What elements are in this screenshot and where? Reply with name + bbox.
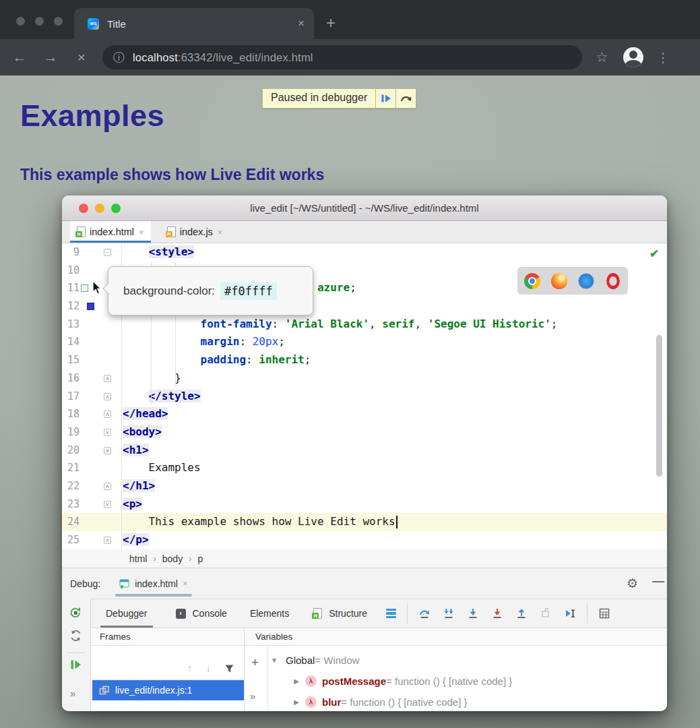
code-line-14[interactable]: 14 margin: 20px; [62,333,667,351]
chrome-icon[interactable] [524,273,540,289]
breadcrumb-html[interactable]: html [129,553,147,564]
code-text: <body> [116,423,162,442]
variables-side-toolbar: + » [245,646,268,711]
browser-menu-icon[interactable]: ⋮ [657,50,670,65]
fold-marker[interactable]: ∧ [104,411,111,418]
tree-toggle-icon[interactable]: ▶ [292,677,301,685]
tab-close-icon[interactable]: × [139,227,144,237]
filter-funnel-icon[interactable] [224,664,234,673]
traffic-light-close[interactable] [16,17,25,26]
step-into-icon[interactable] [443,608,455,619]
code-line-20[interactable]: 20∨<h1> [62,442,667,460]
code-line-17[interactable]: 17∧ </style> [62,388,667,406]
profile-avatar[interactable] [623,47,643,67]
site-info-icon[interactable]: ⓘ [113,50,125,65]
fold-marker[interactable]: ∨ [104,429,111,436]
url-path: :63342/live_edit/index.html [178,51,313,63]
fold-marker[interactable]: ∧ [104,537,111,544]
variable-row[interactable]: ▶λblur = function () { [native code] } [268,692,667,711]
add-watch-icon[interactable]: + [251,655,259,670]
variable-row[interactable]: ▼Global = Window [268,650,667,671]
tab-console[interactable]: Console [190,599,230,628]
tab-structure[interactable]: Structure [326,599,370,628]
gutter [79,495,100,514]
inspection-ok-checkmark-icon[interactable]: ✔ [649,247,659,261]
layout-options-icon[interactable] [386,609,396,619]
hide-toolwindow-icon[interactable]: — [652,574,664,588]
code-line-25[interactable]: 25∧</p> [62,531,667,549]
force-step-into-icon[interactable] [467,608,479,619]
frame-down-icon[interactable]: ↓ [206,662,212,673]
firefox-icon[interactable] [551,273,567,289]
more-actions-icon[interactable]: » [250,690,255,702]
tree-toggle-icon[interactable]: ▼ [269,657,279,664]
fold-marker[interactable]: ∧ [104,393,111,400]
frame-row-selected[interactable]: live_edit/index.js:1 [92,680,244,700]
tab-index-html[interactable]: H index.html × [70,221,151,243]
resume-program-icon[interactable] [70,659,82,670]
frame-up-icon[interactable]: ↑ [187,662,193,673]
opera-icon[interactable] [606,273,620,289]
editor-scrollbar[interactable] [656,335,662,477]
code-line-16[interactable]: 16∧ } [62,369,667,388]
code-line-21[interactable]: 21 Examples [62,459,667,477]
fold-marker[interactable]: ∨ [104,501,111,508]
run-to-cursor-icon[interactable] [564,608,576,619]
gutter [79,369,100,388]
code-line-24[interactable]: 24 This example shows how Live Edit work… [62,513,667,531]
evaluate-expression-icon[interactable] [598,608,610,619]
ide-title-bar[interactable]: live_edit [~/WS/untitled] - ~/WS/live_ed… [62,195,667,221]
settings-gear-icon[interactable]: ⚙ [627,576,638,591]
code-line-13[interactable]: 13 font-family: 'Arial Black', serif, 'S… [62,315,667,334]
back-button[interactable]: ← [4,49,35,65]
refresh-icon[interactable] [69,630,82,642]
traffic-light-zoom[interactable] [54,17,63,26]
more-actions-icon[interactable]: » [70,688,75,699]
fold-marker[interactable]: − [104,249,111,256]
fold-marker[interactable]: ∧ [104,483,111,490]
new-tab-button[interactable]: + [326,15,336,31]
safari-icon[interactable] [578,273,594,289]
bookmark-star-icon[interactable]: ☆ [596,49,608,65]
breadcrumb-p[interactable]: p [198,553,203,564]
address-bar[interactable]: ⓘ localhost:63342/live_edit/index.html [102,45,582,69]
code-text: <style> [116,243,194,262]
force-run-to-cursor-icon[interactable] [491,608,503,619]
resume-script-button[interactable] [375,89,395,108]
url-text[interactable]: localhost:63342/live_edit/index.html [133,51,313,64]
debug-tab-close-icon[interactable]: × [183,578,188,588]
tab-title: Title [107,18,298,30]
code-line-15[interactable]: 15 padding: inherit; [62,351,667,369]
browser-tab[interactable]: WS Title × [74,8,314,39]
tab-index-js[interactable]: JS index.js × [160,221,230,243]
browser-icons-popup [517,267,628,295]
variable-row[interactable]: ▶λpostMessage = function () { [native co… [268,671,667,692]
tab-close-icon[interactable]: × [218,227,223,237]
code-line-23[interactable]: 23∨<p> [62,495,667,514]
color-swatch[interactable] [81,284,88,292]
frames-panel: ↑ ↓ live_edit/index.js:1 [91,628,245,711]
gutter [79,405,100,423]
code-line-22[interactable]: 22∧</h1> [62,477,667,495]
step-over-banner-button[interactable] [395,89,416,108]
step-out-icon[interactable] [515,608,528,619]
fold-marker[interactable]: ∧ [104,375,111,382]
paused-in-debugger-banner: Paused in debugger [262,88,416,109]
tab-close-icon[interactable]: × [298,17,305,30]
forward-button[interactable]: → [35,49,66,65]
breadcrumb-body[interactable]: body [162,553,183,564]
tab-debugger[interactable]: Debugger [103,599,150,628]
js-file-icon: JS [166,226,176,237]
tab-elements[interactable]: Elements [247,599,292,628]
step-over-icon[interactable] [418,608,431,619]
traffic-light-minimize[interactable] [35,17,44,26]
tree-toggle-icon[interactable]: ▶ [292,698,301,706]
rerun-icon[interactable] [69,607,82,619]
stop-button[interactable]: × [66,49,97,65]
code-line-18[interactable]: 18∧</head> [62,405,667,423]
code-line-9[interactable]: 9− <style> [62,243,667,262]
debug-session-tab[interactable]: index.html × [119,568,187,599]
code-line-19[interactable]: 19∨<body> [62,423,667,442]
fold-marker[interactable]: ∨ [104,447,111,454]
color-swatch[interactable] [87,303,94,310]
